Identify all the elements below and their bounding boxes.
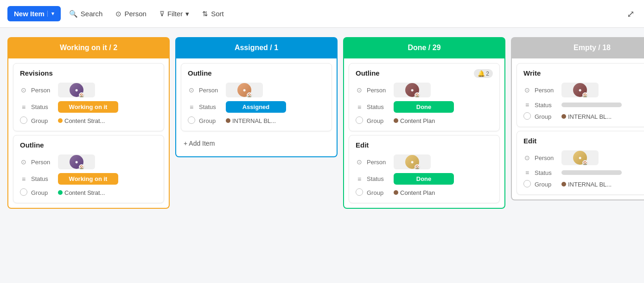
group-circle-icon — [20, 116, 27, 124]
avatar-box: ● 🏠 — [561, 150, 599, 165]
person-label: Person — [124, 10, 147, 18]
card-person-row: ⊙ Person ● 🏠 — [356, 83, 493, 97]
column-empty: Empty / 18 Write ⊙ Person ● 🏠 ≡ Status — [511, 37, 644, 200]
card-title: Outline — [188, 69, 325, 77]
column-body-assigned: Outline ⊙ Person ● 🏠 ≡ Status Assigned — [175, 58, 338, 157]
status-button[interactable]: Working on it — [58, 173, 118, 185]
card-person-row: ⊙ Person ● 🏠 — [356, 154, 493, 169]
group-value: INTERNAL BL... — [561, 113, 612, 120]
new-item-chevron[interactable]: ▾ — [47, 11, 54, 17]
sort-label: Sort — [211, 10, 224, 18]
avatar-box: ● 🏠 — [58, 83, 95, 97]
status-button[interactable] — [561, 170, 622, 175]
person-icon: ⊙ — [523, 154, 531, 161]
search-button[interactable]: 🔍 Search — [64, 7, 108, 21]
group-label: Group — [31, 189, 54, 196]
person-label: Person — [535, 154, 558, 161]
search-label: Search — [81, 10, 103, 18]
status-label: Status — [31, 103, 54, 110]
status-icon: ≡ — [523, 101, 531, 109]
group-label: Group — [535, 181, 558, 188]
sort-button[interactable]: ⇅ Sort — [198, 7, 229, 21]
card[interactable]: Edit ⊙ Person ● 🏠 ≡ Status Gro — [516, 131, 644, 195]
card[interactable]: Outline ⊙ Person ● 🏠 ≡ Status Working on… — [13, 135, 164, 203]
status-button[interactable]: Working on it — [58, 101, 118, 113]
card-group-row: Group Content Plan — [356, 116, 493, 125]
card-status-row: ≡ Status Done — [356, 101, 493, 113]
toolbar: New Item ▾ 🔍 Search ⊙ Person ⊽ Filter ▾ … — [0, 0, 644, 28]
avatar-box: ● 🏠 — [561, 83, 599, 97]
status-button[interactable]: Done — [394, 173, 454, 185]
status-label: Status — [367, 103, 390, 110]
group-circle-icon — [523, 180, 531, 187]
avatar-box: ● 🏠 — [394, 83, 431, 97]
column-body-done: Outline 🔔2 ⊙ Person ● 🏠 ≡ Status Done — [343, 58, 505, 209]
status-button[interactable]: Assigned — [226, 101, 286, 113]
card-title: Outline 🔔2 — [356, 69, 493, 77]
status-icon: ≡ — [188, 103, 195, 111]
search-icon: 🔍 — [69, 10, 78, 18]
card[interactable]: Outline ⊙ Person ● 🏠 ≡ Status Assigned — [181, 63, 332, 131]
person-icon: ⊙ — [188, 86, 195, 94]
column-header-working: Working on it / 2 — [7, 37, 170, 58]
card-person-row: ⊙ Person ● 🏠 — [20, 154, 157, 169]
expand-button[interactable]: ⤢ — [625, 6, 637, 21]
status-label: Status — [535, 102, 558, 109]
add-item-button[interactable]: + Add Item — [181, 135, 332, 152]
card-status-row: ≡ Status Working on it — [20, 173, 157, 185]
group-label: Group — [367, 189, 390, 196]
filter-label: Filter — [167, 10, 183, 18]
card-status-row: ≡ Status Working on it — [20, 101, 157, 113]
group-value: Content Plan — [394, 117, 435, 124]
column-body-empty: Write ⊙ Person ● 🏠 ≡ Status Gr — [511, 58, 644, 200]
avatar-box: ● 🏠 — [394, 154, 431, 169]
column-body-working: Revisions ⊙ Person ● 🏠 ≡ Status Working … — [7, 58, 170, 209]
new-item-button[interactable]: New Item ▾ — [7, 6, 61, 21]
filter-button[interactable]: ⊽ Filter ▾ — [155, 7, 194, 21]
status-label: Status — [31, 175, 54, 182]
person-icon: ⊙ — [20, 86, 27, 94]
card-group-row: Group INTERNAL BL... — [523, 112, 644, 121]
filter-icon: ⊽ — [159, 10, 165, 18]
group-value: INTERNAL BL... — [226, 117, 276, 124]
card-title: Revisions — [20, 69, 157, 77]
person-icon: ⊙ — [523, 86, 531, 94]
group-label: Group — [367, 117, 390, 124]
column-header-assigned: Assigned / 1 — [175, 37, 338, 58]
card-person-row: ⊙ Person ● 🏠 — [20, 83, 157, 97]
group-circle-icon — [20, 188, 27, 196]
group-circle-icon — [356, 116, 363, 124]
person-label: Person — [367, 87, 390, 94]
person-button[interactable]: ⊙ Person — [111, 7, 151, 21]
card-title: Edit — [523, 137, 644, 145]
person-label: Person — [199, 87, 222, 94]
card-status-row: ≡ Status Done — [356, 173, 493, 185]
card-group-row: Group Content Strat... — [20, 188, 157, 197]
card-group-row: Group INTERNAL BL... — [523, 180, 644, 189]
person-label: Person — [535, 87, 558, 94]
status-icon: ≡ — [20, 103, 27, 111]
avatar-box: ● 🏠 — [226, 83, 263, 97]
kanban-board: Working on it / 2 Revisions ⊙ Person ● 🏠… — [0, 28, 644, 283]
person-icon: ⊙ — [356, 86, 363, 94]
status-label: Status — [367, 175, 390, 182]
card-group-row: Group Content Plan — [356, 188, 493, 197]
card-status-row: ≡ Status — [523, 101, 644, 109]
person-icon: ⊙ — [20, 158, 27, 166]
card-status-row: ≡ Status Assigned — [188, 101, 325, 113]
card[interactable]: Outline 🔔2 ⊙ Person ● 🏠 ≡ Status Done — [349, 63, 500, 131]
status-button[interactable]: Done — [394, 101, 454, 113]
card-status-row: ≡ Status — [523, 169, 644, 176]
card-group-row: Group Content Strat... — [20, 116, 157, 125]
status-label: Status — [199, 103, 222, 110]
new-item-label: New Item — [14, 10, 45, 18]
group-circle-icon — [356, 188, 363, 196]
card[interactable]: Revisions ⊙ Person ● 🏠 ≡ Status Working … — [13, 63, 164, 131]
card-person-row: ⊙ Person ● 🏠 — [523, 83, 644, 97]
card-person-row: ⊙ Person ● 🏠 — [188, 83, 325, 97]
column-done: Done / 29 Outline 🔔2 ⊙ Person ● 🏠 ≡ Stat… — [343, 37, 505, 209]
card[interactable]: Write ⊙ Person ● 🏠 ≡ Status Gr — [516, 63, 644, 127]
group-label: Group — [199, 117, 222, 124]
card[interactable]: Edit ⊙ Person ● 🏠 ≡ Status Done — [349, 135, 500, 203]
status-button[interactable] — [561, 103, 622, 107]
